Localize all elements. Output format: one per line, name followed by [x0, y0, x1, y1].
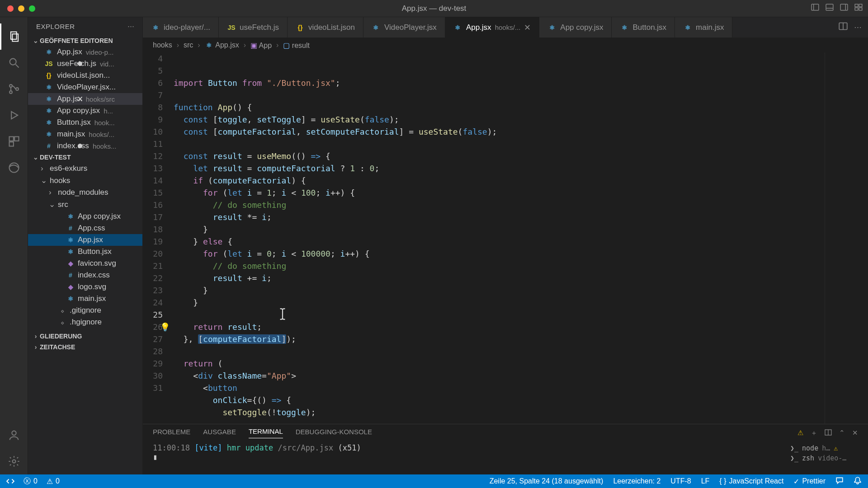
panel-maximize-icon[interactable]: ⌃ [839, 429, 845, 437]
code-line[interactable]: for (let i = 1; i < 100; i++) { [174, 187, 825, 199]
editor-tab[interactable]: ⚛App.jsx hooks/... ✕ [445, 17, 539, 38]
terminal-process[interactable]: ❯_ zsh video-… [790, 453, 858, 463]
open-editor-item[interactable]: ✕⚛App.jsx hooks/src [28, 93, 142, 105]
status-feedback-icon[interactable] [835, 476, 844, 486]
breadcrumb-segment[interactable]: src [184, 41, 193, 49]
file-tree-item[interactable]: ◆logo.svg [28, 281, 142, 293]
breadcrumb-segment[interactable]: ▢ result [283, 41, 310, 50]
panel-close-icon[interactable]: ✕ [852, 429, 858, 437]
activity-settings[interactable] [0, 448, 28, 474]
activity-debug[interactable] [0, 102, 28, 128]
file-tree-item[interactable]: ⚛App copy.jsx [28, 211, 142, 222]
breadcrumb[interactable]: hooks›src›⚛ App.jsx›▣ App›▢ result [143, 38, 868, 52]
code-line[interactable]: } [174, 296, 825, 309]
open-editor-item[interactable]: {}videoList.json... [28, 70, 142, 81]
window-close-button[interactable] [7, 5, 14, 12]
code-line[interactable] [174, 309, 825, 321]
editor-tab[interactable]: {}videoList.json [288, 17, 363, 38]
file-tree-item[interactable]: ⬦.gitignore [28, 305, 142, 316]
editor-more-icon[interactable]: ⋯ [854, 23, 862, 32]
open-editor-item[interactable]: ⚛App.jsx video-p... [28, 46, 142, 58]
layout-right-icon[interactable] [840, 3, 848, 14]
breadcrumb-segment[interactable]: ▣ App [250, 41, 272, 50]
file-tree-item[interactable]: #App.css [28, 222, 142, 234]
status-language[interactable]: { } JavaScript React [719, 477, 783, 485]
code-line[interactable]: 💡return result; [174, 321, 825, 333]
code-line[interactable]: } else { [174, 235, 825, 248]
file-tree-item[interactable]: ⬦.hgignore [28, 316, 142, 328]
file-tree-item[interactable]: ⚛Button.jsx [28, 246, 142, 258]
file-tree-item[interactable]: ›node_modules [28, 187, 142, 198]
activity-account[interactable] [0, 422, 28, 448]
code-line[interactable]: const result = useMemo(() => { [174, 150, 825, 162]
editor-tab[interactable]: ⚛VideoPlayer.jsx [363, 17, 445, 38]
activity-explorer[interactable] [0, 23, 28, 50]
open-editor-close-icon[interactable]: ✕ [77, 94, 83, 104]
section-outline[interactable]: › GLIEDERUNG [28, 331, 142, 342]
section-project[interactable]: ⌄ DEV-TEST [28, 152, 142, 163]
status-warnings[interactable]: ⚠ 0 [47, 477, 60, 486]
code-line[interactable]: // do something [174, 199, 825, 211]
window-maximize-button[interactable] [29, 5, 35, 12]
code-line[interactable] [174, 89, 825, 101]
file-tree-item[interactable]: ›es6-exkurs [28, 163, 142, 174]
activity-edge[interactable] [0, 155, 28, 181]
status-encoding[interactable]: UTF-8 [670, 477, 691, 485]
open-editor-item[interactable]: ⚛main.jsx hooks/... [28, 128, 142, 140]
tab-close-icon[interactable]: ✕ [524, 23, 531, 33]
section-timeline[interactable]: › ZEITACHSE [28, 342, 142, 352]
status-remote-icon[interactable] [6, 477, 14, 485]
section-open-editors[interactable]: ⌄ GEÖFFNETE EDITOREN [28, 35, 142, 46]
explorer-more-icon[interactable]: ⋯ [127, 22, 135, 30]
editor-tab[interactable]: ⚛Button.jsx [612, 17, 675, 38]
code-line[interactable]: setToggle(!toggle); [174, 406, 825, 418]
code-line[interactable]: return ( [174, 357, 825, 370]
code-editor[interactable]: 4567891011121314151617181920212223242526… [143, 52, 868, 424]
code-line[interactable]: } [174, 223, 825, 235]
file-tree-item[interactable]: ⚛App.jsx [28, 234, 142, 246]
file-tree-item[interactable]: ⌄src [28, 198, 142, 211]
status-eol[interactable]: LF [701, 477, 710, 485]
open-editor-item[interactable]: ⚛Button.jsx hook... [28, 117, 142, 128]
code-line[interactable]: function App() { [174, 101, 825, 113]
activity-scm[interactable] [0, 76, 28, 102]
editor-tab[interactable]: ⚛App copy.jsx [539, 17, 612, 38]
minimap[interactable] [825, 52, 868, 424]
code-line[interactable]: let result = computeFactorial ? 1 : 0; [174, 162, 825, 174]
terminal-output[interactable]: 11:00:18 [vite] hmr update /src/App.jsx … [153, 443, 361, 473]
status-errors[interactable]: ⓧ 0 [24, 477, 38, 486]
file-tree-item[interactable]: ⚛main.jsx [28, 293, 142, 305]
layout-left-icon[interactable] [811, 3, 819, 14]
window-minimize-button[interactable] [18, 5, 24, 12]
status-position[interactable]: Zeile 25, Spalte 24 (18 ausgewählt) [490, 477, 604, 485]
code-line[interactable]: const [computeFactorial, setComputeFacto… [174, 126, 825, 138]
breadcrumb-segment[interactable]: ⚛ App.jsx [205, 41, 239, 49]
code-line[interactable]: }, [computeFactorial]); [174, 333, 825, 345]
code-line[interactable]: // do something [174, 260, 825, 272]
open-editor-item[interactable]: JSuseFetch.js vid... [28, 58, 142, 70]
editor-tab[interactable]: ⚛main.jsx [675, 17, 732, 38]
code-line[interactable]: <div className="App"> [174, 370, 825, 382]
code-line[interactable] [174, 345, 825, 357]
status-prettier[interactable]: ✓ Prettier [793, 477, 826, 486]
editor-tab[interactable]: JSuseFetch.js [219, 17, 288, 38]
code-line[interactable]: if (computeFactorial) { [174, 174, 825, 187]
breadcrumb-segment[interactable]: hooks [153, 41, 172, 49]
file-tree-item[interactable]: #index.css [28, 269, 142, 281]
file-tree-item[interactable]: ⌄hooks [28, 174, 142, 187]
code-line[interactable]: import Button from "./Button.jsx"; [174, 77, 825, 89]
file-tree-item[interactable]: ◆favicon.svg [28, 258, 142, 269]
code-line[interactable]: onClick={() => { [174, 394, 825, 406]
layout-grid-icon[interactable] [854, 3, 863, 14]
code-line[interactable]: const [toggle, setToggle] = useState(fal… [174, 113, 825, 126]
terminal-process[interactable]: ❯_ node h… ⚠ [790, 443, 858, 453]
layout-bottom-icon[interactable] [826, 3, 834, 14]
open-editor-item[interactable]: ⚛App copy.jsx h... [28, 105, 142, 117]
open-editor-item[interactable]: ⚛VideoPlayer.jsx... [28, 81, 142, 93]
code-line[interactable]: result += i; [174, 272, 825, 284]
panel-split-icon[interactable] [825, 429, 832, 437]
code-line[interactable]: } [174, 284, 825, 296]
status-indent[interactable]: Leerzeichen: 2 [613, 477, 660, 485]
editor-tab[interactable]: ⚛ideo-player/... [143, 17, 219, 38]
code-line[interactable]: <button [174, 382, 825, 394]
